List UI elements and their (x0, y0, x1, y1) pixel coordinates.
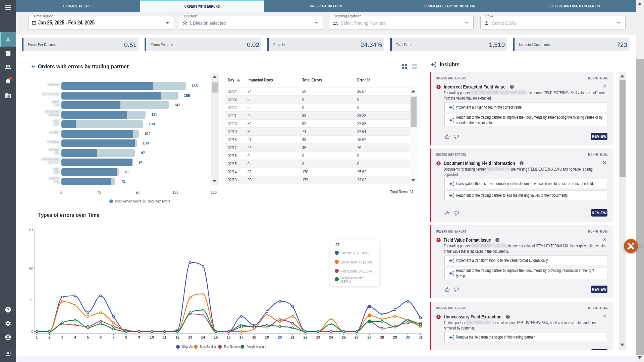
svg-text:6: 6 (100, 335, 102, 339)
svg-text:3: 3 (61, 335, 63, 339)
svg-text:12: 12 (175, 335, 179, 339)
svg-text:5: 5 (87, 335, 89, 339)
svg-text:9: 9 (138, 335, 140, 339)
svg-text:11: 11 (163, 335, 166, 339)
svg-text:7: 7 (112, 335, 114, 339)
svg-text:25: 25 (342, 335, 346, 339)
svg-text:24: 24 (329, 335, 333, 339)
svg-text:22: 22 (304, 335, 308, 339)
svg-text:14: 14 (201, 335, 205, 339)
svg-text:26: 26 (355, 335, 359, 339)
svg-text:30: 30 (406, 335, 410, 339)
svg-text:81: 81 (29, 228, 33, 232)
svg-text:0: 0 (31, 329, 33, 334)
svg-text:19: 19 (265, 335, 269, 339)
svg-text:17: 17 (239, 335, 244, 339)
svg-text:25: 25 (29, 298, 33, 302)
svg-text:21: 21 (290, 335, 294, 339)
svg-text:2: 2 (49, 335, 51, 339)
svg-text:23: 23 (316, 335, 320, 339)
svg-text:4: 4 (74, 335, 76, 339)
svg-text:8: 8 (125, 335, 127, 339)
svg-text:29: 29 (393, 335, 397, 339)
svg-text:16: 16 (227, 335, 231, 339)
svg-text:18: 18 (252, 335, 256, 339)
svg-text:1: 1 (36, 335, 38, 339)
svg-text:50: 50 (29, 267, 33, 271)
svg-text:10: 10 (150, 335, 154, 339)
svg-text:27: 27 (367, 335, 371, 339)
svg-text:15: 15 (214, 335, 218, 339)
svg-text:13: 13 (188, 335, 192, 339)
svg-text:28: 28 (380, 335, 384, 339)
svg-text:31: 31 (419, 335, 423, 339)
svg-text:20: 20 (278, 335, 282, 339)
